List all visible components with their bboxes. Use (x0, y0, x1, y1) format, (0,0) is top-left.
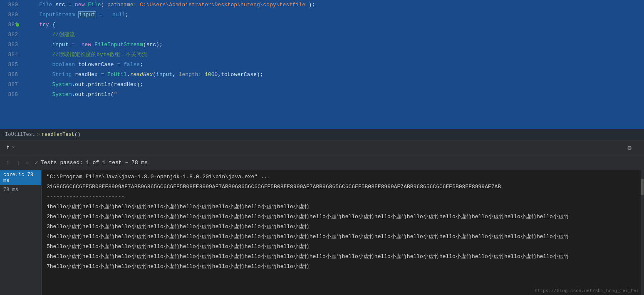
console-line-sep: ------------------------ (42, 192, 644, 202)
sidebar-item-time-label: 78 ms (3, 187, 18, 193)
code-line-888: 888 System.out.println(" (0, 90, 644, 100)
test-sidebar: core.ic 78 ms 78 ms (0, 170, 42, 295)
up-button[interactable]: ↑ (3, 158, 12, 167)
line-content: //读取指定长度的byte数组，不关闭流 (23, 50, 644, 60)
code-line-885: 885 boolean toLowerCase = false; (0, 60, 644, 70)
test-tab[interactable]: t × (3, 140, 18, 155)
console-line-hex: 3168656C6C6FE5B08FE8999AE7ABB968656C6C6F… (42, 182, 644, 192)
code-line-880: 880 InputStream input = null; (0, 10, 644, 20)
line-content: boolean toLowerCase = false; (23, 60, 644, 70)
code-line-880-prev: 880 File src = new File( pathname: C:\Us… (0, 0, 644, 10)
test-console[interactable]: "C:\Program Files\Java\java-1.8.0-openjd… (42, 170, 644, 295)
sidebar-item-time[interactable]: 78 ms (0, 185, 41, 194)
code-line-882: 882 //创建流 (0, 30, 644, 40)
console-line-java: "C:\Program Files\Java\java-1.8.0-openjd… (42, 172, 644, 182)
gear-icon[interactable]: ⚙ (627, 144, 632, 152)
breadcrumb-separator: > (37, 132, 40, 138)
console-line-7: 7hello小虚竹hello小虚竹hello小虚竹hello小虚竹hello小虚… (42, 262, 644, 272)
toolbar-separator: » (26, 160, 29, 166)
line-content: File src = new File( pathname: C:\Users\… (23, 0, 644, 10)
code-line-881: 881 try { (0, 20, 644, 30)
line-content: InputStream input = null; (23, 10, 644, 20)
scrollbar-thumb (641, 179, 644, 195)
line-number: 882 (0, 30, 23, 40)
code-line-883: 883 input = new FileInputStream(src); (0, 40, 644, 50)
sidebar-item-label: core.ic 78 ms (3, 172, 33, 184)
test-toolbar: ↑ ↓ » ✓ Tests passed: 1 of 1 test – 78 m… (0, 155, 644, 170)
console-line-4: 4hello小虚竹hello小虚竹hello小虚竹hello小虚竹hello小虚… (42, 232, 644, 242)
test-panel-header: t × ⚙ (0, 140, 644, 155)
code-editor: 880 File src = new File( pathname: C:\Us… (0, 0, 644, 129)
line-content: //创建流 (23, 30, 644, 40)
line-content: System.out.println(" (23, 90, 644, 100)
console-line-6: 6hello小虚竹hello小虚竹hello小虚竹hello小虚竹hello小虚… (42, 252, 644, 262)
test-output-area: core.ic 78 ms 78 ms "C:\Program Files\Ja… (0, 170, 644, 295)
line-number: 888 (0, 90, 23, 100)
console-line-5: 5hello小虚竹hello小虚竹hello小虚竹hello小虚竹hello小虚… (42, 242, 644, 252)
line-content: System.out.println(readHex); (23, 80, 644, 90)
line-number: 881 (0, 20, 23, 30)
test-panel: t × ⚙ ↑ ↓ » ✓ Tests passed: 1 of 1 test … (0, 140, 644, 295)
line-number: 883 (0, 40, 23, 50)
down-button[interactable]: ↓ (14, 158, 23, 167)
line-number: 880 (0, 0, 23, 10)
console-scrollbar[interactable] (641, 170, 644, 295)
line-number: 886 (0, 70, 23, 80)
breadcrumb-class: IoUtilTest (5, 132, 35, 138)
breadcrumb-bar: IoUtilTest > readHexTest() (0, 129, 644, 140)
line-content: try { (23, 20, 644, 30)
line-content: input = new FileInputStream(src); (23, 40, 644, 50)
test-status-text: Tests passed: 1 of 1 test – 78 ms (41, 160, 148, 166)
line-number: 880 (0, 10, 23, 20)
sidebar-item-core[interactable]: core.ic 78 ms (0, 170, 41, 185)
console-line-1: 1hello小虚竹hello小虚竹hello小虚竹hello小虚竹hello小虚… (42, 202, 644, 212)
line-number: 885 (0, 60, 23, 70)
test-tab-label: t (7, 145, 10, 151)
console-line-3: 3hello小虚竹hello小虚竹hello小虚竹hello小虚竹hello小虚… (42, 222, 644, 232)
breadcrumb-method: readHexTest() (42, 132, 81, 138)
test-status: ✓ Tests passed: 1 of 1 test – 78 ms (31, 159, 151, 166)
code-line-884: 884 //读取指定长度的byte数组，不关闭流 (0, 50, 644, 60)
code-line-887: 887 System.out.println(readHex); (0, 80, 644, 90)
console-line-2: 2hello小虚竹hello小虚竹hello小虚竹hello小虚竹hello小虚… (42, 212, 644, 222)
check-icon: ✓ (35, 159, 38, 166)
watermark: https://blog.csdn.net/shi_hong_fei_hei (535, 288, 639, 293)
code-line-886: 886 String readHex = IoUtil.readHex(inpu… (0, 70, 644, 80)
close-icon[interactable]: × (12, 145, 15, 150)
line-content: String readHex = IoUtil.readHex(input, l… (23, 70, 644, 80)
code-lines: 880 File src = new File( pathname: C:\Us… (0, 0, 644, 100)
line-number: 884 (0, 50, 23, 60)
line-number: 887 (0, 80, 23, 90)
